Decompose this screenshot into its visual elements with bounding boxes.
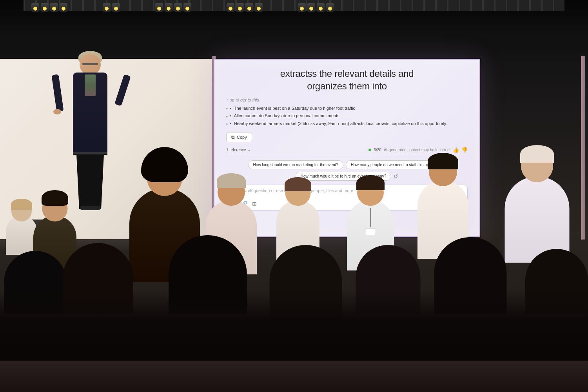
- truncated-text: ↑ up to get to this: [226, 98, 468, 102]
- stage-floor-base: [0, 361, 588, 392]
- reference-link[interactable]: 1 reference ⌄: [226, 148, 250, 152]
- status-dot: [368, 149, 371, 151]
- stage-light-3: [155, 3, 191, 12]
- bullet-item-2: •Allen cannot do Sundays due to personal…: [226, 112, 468, 120]
- copy-button[interactable]: ⧉ Copy: [226, 132, 252, 142]
- thumbs-down-button[interactable]: 👎: [461, 147, 468, 153]
- chevron-down-icon: ⌄: [247, 148, 250, 152]
- bullet-item-3: •Nearby weekend farmers market (3 blocks…: [226, 120, 468, 128]
- bullet-list: •The launch event is best on a Saturday …: [226, 105, 468, 128]
- screen-title: extractss the relevant details and organ…: [214, 60, 479, 97]
- reference-bar: 1 reference ⌄ 6/20 AI-generated content …: [226, 145, 468, 156]
- stage-light-4: [227, 3, 263, 12]
- thumbs-up-button[interactable]: 👍: [453, 147, 459, 153]
- screen-frame-right: [581, 56, 585, 240]
- status-bar: 6/20 AI-generated content may be incorre…: [368, 147, 468, 153]
- suggestion-chip-1[interactable]: How long should we run marketing for the…: [248, 160, 343, 169]
- stage-light-2: [103, 3, 120, 12]
- bullet-item-1: •The launch event is best on a Saturday …: [226, 105, 468, 113]
- stage-light-5: [298, 3, 334, 12]
- copy-icon: ⧉: [231, 134, 235, 140]
- stage-light-1: [31, 3, 67, 12]
